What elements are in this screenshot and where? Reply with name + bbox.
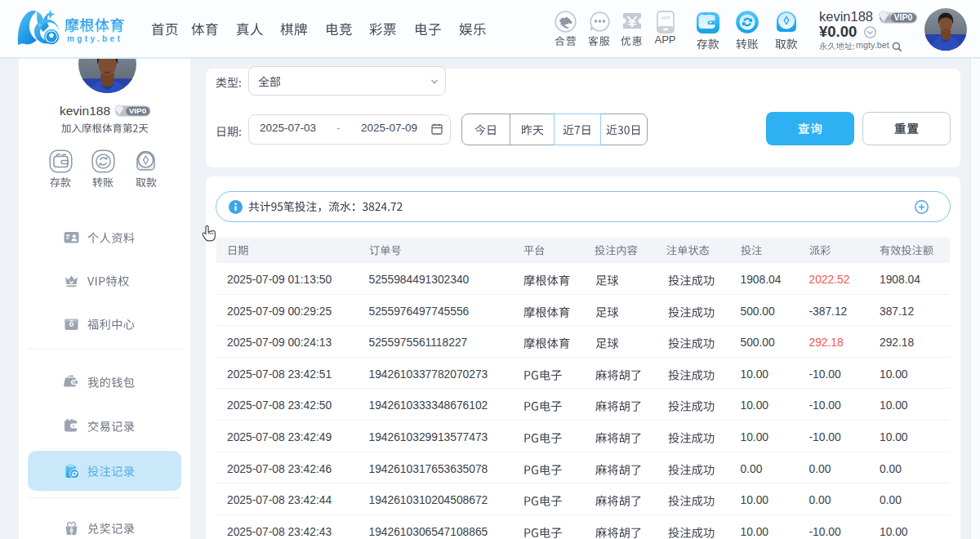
svg-text:VIP0: VIP0 [129,106,147,115]
svg-text:APP: APP [661,16,670,20]
svg-text:VIP0: VIP0 [894,12,913,22]
